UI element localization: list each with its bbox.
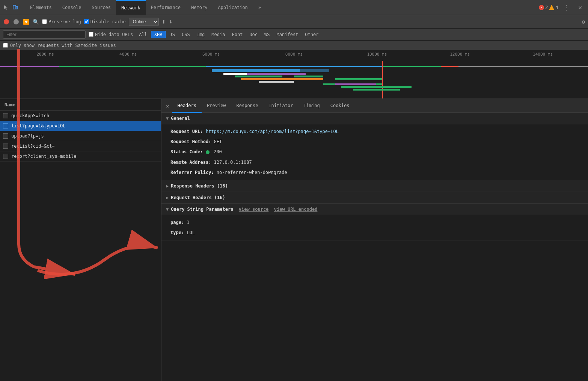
timeline-area: 2000 ms 4000 ms 6000 ms 8000 ms 10000 ms… [0, 50, 588, 99]
tab-more[interactable]: » [253, 0, 266, 15]
timeline-labels: 2000 ms 4000 ms 6000 ms 8000 ms 10000 ms… [0, 52, 588, 57]
detail-tab-headers[interactable]: Headers [172, 99, 202, 113]
filter-tab-other[interactable]: Other [302, 31, 321, 38]
query-params-section-header[interactable]: Query String Parameters view source view… [161, 204, 588, 215]
download-icon[interactable]: ⬇ [169, 18, 173, 26]
filter-type-tabs: All XHR JS CSS Img Media Font Doc WS Man… [136, 31, 321, 38]
query-arrow-icon [166, 207, 169, 212]
query-type-value: LOL [187, 230, 195, 235]
request-name-1: list?page=1&type=LOL [11, 123, 66, 129]
detail-tab-preview[interactable]: Preview [202, 99, 231, 113]
tab-elements[interactable]: Elements [25, 0, 57, 15]
detail-tab-initiator[interactable]: Initiator [263, 99, 298, 113]
request-checkbox-0 [3, 113, 8, 118]
filter-tab-ws[interactable]: WS [261, 31, 273, 38]
samesite-checkbox[interactable]: Only show requests with SameSite issues [3, 43, 116, 48]
request-checkbox-1 [3, 123, 8, 129]
referrer-value: no-referrer-when-downgrade [217, 170, 287, 175]
devtools-tabbar: Elements Console Sources Network Perform… [0, 0, 588, 15]
request-headers-title: Request Headers (16) [171, 195, 225, 200]
query-page-value: 1 [187, 220, 189, 225]
request-item-report[interactable]: report?client_sys=mobile [0, 151, 161, 162]
filter-tab-css[interactable]: CSS [179, 31, 193, 38]
filter-button[interactable]: 🔽 [23, 18, 29, 25]
filter-tab-img[interactable]: Img [194, 31, 208, 38]
view-source-link[interactable]: view source [239, 207, 268, 212]
filter-tab-media[interactable]: Media [208, 31, 228, 38]
general-arrow-icon [166, 116, 169, 121]
timeline-label-2: 6000 ms [170, 52, 253, 57]
timeline-label-5: 12000 ms [418, 52, 501, 57]
request-item-list[interactable]: list?page=1&type=LOL [0, 121, 161, 131]
request-item-reclist[interactable]: recList?cid=&ct= [0, 141, 161, 151]
response-headers-arrow-icon [166, 183, 169, 189]
detail-tab-response[interactable]: Response [231, 99, 264, 113]
response-headers-title: Response Headers (18) [171, 183, 228, 189]
remote-address-row: Remote Address: 127.0.0.1:1087 [170, 157, 579, 168]
timeline-label-3: 8000 ms [253, 52, 336, 57]
preserve-log-checkbox[interactable]: Preserve log [42, 19, 81, 24]
network-throttle-select[interactable]: Online Offline Slow 3G Fast 3G [129, 18, 159, 26]
remote-label: Remote Address: [170, 160, 211, 165]
request-name-3: recList?cid=&ct= [11, 144, 55, 149]
detail-tabs: ✕ Headers Preview Response Initiator Tim… [161, 99, 588, 113]
status-dot [206, 150, 210, 154]
request-headers-section-header[interactable]: Request Headers (16) [161, 192, 588, 204]
search-button[interactable]: 🔍 [32, 18, 39, 25]
bar-green-3 [335, 78, 382, 80]
tab-console[interactable]: Console [57, 0, 87, 15]
disable-cache-checkbox[interactable]: Disable cache [84, 19, 126, 24]
referrer-label: Referrer Policy: [170, 170, 214, 175]
hide-data-urls-checkbox[interactable]: Hide data URLs [89, 32, 133, 37]
device-icon[interactable] [12, 4, 19, 11]
filter-tab-manifest[interactable]: Manifest [274, 31, 302, 38]
filter-row: Hide data URLs All XHR JS CSS Img Media … [0, 29, 588, 41]
close-devtools-button[interactable]: ✕ [575, 2, 585, 12]
bar-green-1 [235, 76, 282, 77]
network-toolbar: 🔽 🔍 Preserve log Disable cache Online Of… [0, 15, 588, 29]
cursor-icon[interactable] [3, 4, 10, 11]
warning-icon [549, 5, 554, 10]
bar-white-2 [259, 81, 294, 83]
tab-network[interactable]: Network [116, 0, 146, 15]
filter-tab-xhr[interactable]: XHR [151, 31, 166, 38]
request-item-upload[interactable]: upload?tp=js [0, 131, 161, 141]
samesite-row: Only show requests with SameSite issues [0, 41, 588, 50]
filter-tab-font[interactable]: Font [229, 31, 246, 38]
timeline-bars [0, 61, 588, 98]
filter-tab-all[interactable]: All [136, 31, 150, 38]
request-checkbox-4 [3, 154, 8, 159]
request-item-quickappswitch[interactable]: quickAppSwitch [0, 111, 161, 121]
clear-button[interactable] [13, 18, 20, 25]
tabbar-right: ✕ 2 4 ⋮ ✕ [539, 2, 585, 12]
general-section-body: Request URL: https://m.douyu.com/api/roo… [161, 124, 588, 180]
request-checkbox-2 [3, 133, 8, 139]
detail-tab-cookies[interactable]: Cookies [325, 99, 355, 113]
tab-sources[interactable]: Sources [86, 0, 116, 15]
filter-tab-js[interactable]: JS [167, 31, 178, 38]
tab-application[interactable]: Application [213, 0, 253, 15]
more-options-icon[interactable]: ⋮ [561, 3, 572, 11]
status-value: 200 [214, 149, 222, 154]
record-icon [4, 19, 9, 24]
clear-icon [14, 19, 19, 24]
record-button[interactable] [3, 18, 10, 25]
upload-icon[interactable]: ⬆ [162, 18, 166, 26]
query-type-key: type: [170, 230, 184, 235]
settings-icon[interactable]: ⚙ [582, 19, 585, 25]
request-headers-arrow-icon [166, 195, 169, 200]
filter-input[interactable] [3, 30, 86, 39]
filter-tab-doc[interactable]: Doc [246, 31, 261, 38]
query-params-title: Query String Parameters [171, 207, 233, 212]
view-encoded-link[interactable]: view URL encoded [274, 207, 318, 212]
detail-tab-timing[interactable]: Timing [298, 99, 325, 113]
general-section-header[interactable]: General [161, 113, 588, 124]
requests-column-header: Name [0, 99, 161, 111]
tab-performance[interactable]: Performance [146, 0, 186, 15]
detail-close-button[interactable]: ✕ [163, 103, 172, 109]
response-headers-section-header[interactable]: Response Headers (18) [161, 180, 588, 192]
tab-memory[interactable]: Memory [186, 0, 213, 15]
timeline-baseline [0, 66, 588, 67]
bar-purple-2 [335, 83, 377, 85]
svg-rect-0 [13, 5, 16, 9]
